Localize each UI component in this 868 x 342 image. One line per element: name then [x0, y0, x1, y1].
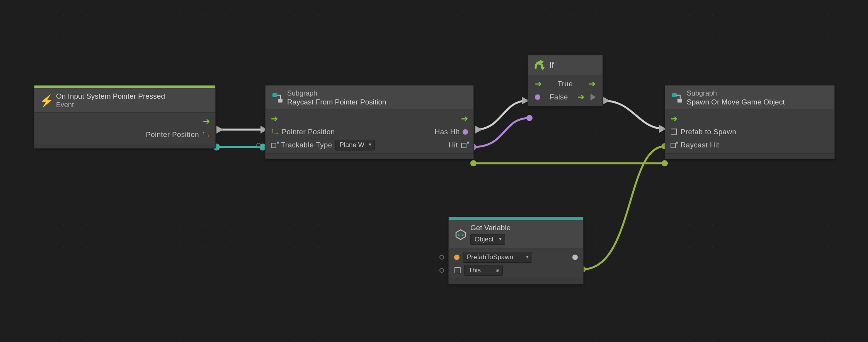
input-port-label: Trackable Type — [281, 141, 332, 149]
node-if[interactable]: If ➔ True ➔ False ➔ — [528, 55, 603, 106]
branch-icon — [534, 59, 546, 71]
node-supertitle: Subgraph — [687, 89, 785, 98]
node-spawn-or-move-game-object[interactable]: Subgraph Spawn Or Move Game Object ➔ ❒ P… — [665, 85, 835, 159]
false-flow-tri-icon[interactable] — [591, 94, 596, 101]
variable-name-dropdown[interactable]: PrefabToSpawn — [463, 252, 532, 263]
node-footer — [449, 279, 583, 284]
node-footer — [665, 153, 834, 159]
enum-icon — [271, 142, 278, 148]
lightning-icon: ⚡ — [41, 95, 52, 106]
variable-target-dropdown[interactable]: This — [464, 265, 503, 276]
node-footer — [34, 143, 215, 148]
subgraph-icon — [272, 92, 283, 104]
subgraph-icon — [671, 92, 683, 104]
bool-port-icon[interactable] — [463, 129, 468, 135]
node-header[interactable]: Subgraph Raycast From Pointer Position — [266, 86, 473, 110]
node-footer — [266, 153, 473, 159]
unconnected-port-icon[interactable] — [256, 143, 261, 147]
flow-out-arrow-icon[interactable]: ➔ — [461, 115, 468, 123]
string-port-icon[interactable] — [454, 255, 460, 260]
svg-marker-4 — [475, 126, 482, 133]
output-port-icon[interactable] — [572, 255, 578, 260]
input-port-label: Prefab to Spawn — [681, 128, 736, 136]
output-port-label: Pointer Position — [146, 130, 199, 139]
false-flow-out-icon[interactable]: ➔ — [577, 93, 584, 101]
node-header[interactable]: <> Get Variable Object — [449, 217, 583, 248]
true-branch-label: True — [548, 80, 582, 88]
svg-rect-19 — [677, 99, 682, 103]
unconnected-port-icon[interactable] — [439, 255, 444, 260]
output-port-label: Has Hit — [435, 128, 460, 136]
struct-icon — [461, 142, 468, 148]
gameobject-icon: ❒ — [671, 127, 677, 137]
node-supertitle: Subgraph — [287, 89, 386, 98]
node-on-input-pointer-pressed[interactable]: ⚡ On Input System Pointer Pressed Event … — [34, 85, 216, 149]
flow-out-arrow-icon[interactable]: ➔ — [203, 117, 210, 126]
node-title: Raycast From Pointer Position — [287, 98, 386, 107]
svg-rect-15 — [278, 99, 283, 103]
condition-port-icon[interactable] — [535, 94, 540, 100]
input-port-label: Raycast Hit — [681, 141, 719, 149]
svg-marker-17 — [541, 67, 545, 70]
node-subtitle: Event — [56, 101, 165, 109]
vector2-icon — [271, 128, 279, 136]
struct-icon — [671, 142, 677, 148]
vector2-icon — [202, 131, 210, 139]
variable-icon: <> — [455, 229, 466, 240]
trackable-type-dropdown[interactable]: Plane W — [335, 140, 374, 150]
svg-point-13 — [662, 160, 668, 166]
svg-text:<>: <> — [458, 232, 464, 238]
svg-point-7 — [526, 115, 533, 121]
node-title: If — [550, 61, 554, 70]
gameobject-icon: ❒ — [454, 266, 461, 275]
node-get-variable[interactable]: <> Get Variable Object PrefabToSpawn ❒ T… — [448, 217, 584, 284]
node-raycast-from-pointer-position[interactable]: Subgraph Raycast From Pointer Position ➔… — [265, 85, 474, 159]
node-title: On Input System Pointer Pressed — [56, 92, 165, 101]
node-title: Spawn Or Move Game Object — [687, 98, 785, 107]
node-header[interactable]: Subgraph Spawn Or Move Game Object — [665, 86, 834, 110]
flow-in-arrow-icon[interactable]: ➔ — [271, 115, 278, 123]
input-port-label: Pointer Position — [282, 128, 335, 136]
connection-layer — [0, 0, 868, 342]
false-branch-label: False — [546, 93, 571, 101]
flow-in-arrow-icon[interactable]: ➔ — [535, 80, 542, 88]
node-header[interactable]: If — [528, 55, 602, 75]
unconnected-port-icon[interactable] — [439, 268, 444, 273]
svg-point-10 — [470, 160, 477, 166]
variable-scope-dropdown[interactable]: Object — [470, 234, 505, 245]
flow-in-arrow-icon[interactable]: ➔ — [671, 115, 677, 123]
output-port-label: Hit — [449, 141, 458, 149]
svg-marker-0 — [216, 126, 223, 133]
true-flow-out-icon[interactable]: ➔ — [589, 80, 596, 88]
svg-marker-8 — [603, 97, 610, 104]
svg-rect-18 — [672, 93, 677, 97]
svg-rect-14 — [272, 93, 277, 97]
node-title: Get Variable — [470, 224, 511, 233]
node-header[interactable]: ⚡ On Input System Pointer Pressed Event — [34, 86, 215, 113]
